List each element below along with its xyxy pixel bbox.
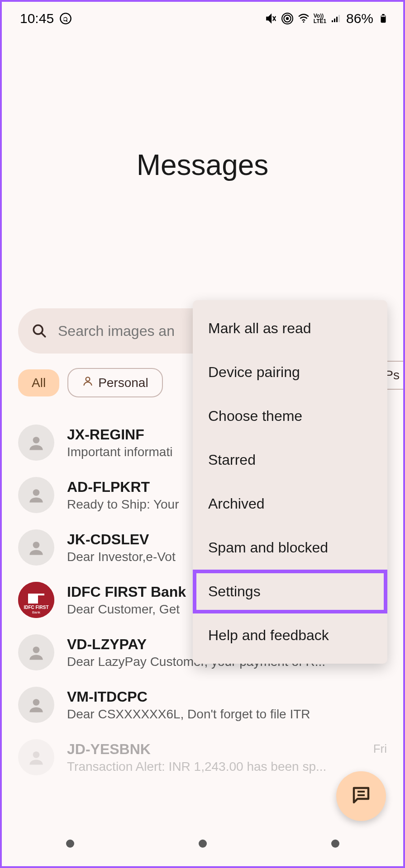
svg-text:Bank: Bank	[32, 610, 41, 614]
svg-rect-21	[38, 595, 44, 604]
battery-percent: 86%	[346, 11, 373, 26]
svg-point-17	[33, 542, 40, 548]
new-message-button[interactable]	[336, 771, 386, 821]
status-bar: 10:45 Vo))LTE1 86%	[2, 2, 403, 31]
nav-dot	[331, 840, 339, 848]
menu-device-pairing[interactable]: Device pairing	[193, 350, 387, 394]
svg-rect-6	[334, 19, 335, 22]
conversation-row[interactable]: VM-ITDCPC Dear CSXXXXXX6L, Don't forget …	[2, 679, 403, 731]
svg-point-24	[33, 646, 40, 653]
svg-line-13	[41, 333, 45, 337]
svg-point-26	[33, 751, 40, 758]
svg-rect-8	[338, 15, 340, 22]
hotspot-icon	[281, 12, 294, 25]
conversation-sender: JD-YESBNK	[67, 741, 361, 758]
svg-rect-20	[28, 590, 44, 594]
menu-choose-theme[interactable]: Choose theme	[193, 394, 387, 438]
chat-icon	[350, 784, 372, 808]
conversation-time: Fri	[373, 742, 387, 756]
avatar-idfc: IDFC FIRST Bank	[18, 582, 54, 618]
svg-point-1	[286, 17, 289, 20]
menu-help-feedback[interactable]: Help and feedback	[193, 613, 387, 657]
avatar	[18, 529, 54, 566]
menu-mark-all-read[interactable]: Mark all as read	[193, 307, 387, 350]
svg-point-15	[33, 437, 40, 443]
svg-rect-7	[336, 17, 338, 22]
svg-rect-5	[332, 20, 333, 22]
search-icon	[32, 323, 47, 339]
conversation-row[interactable]: JD-YESBNK Transaction Alert: INR 1,243.0…	[2, 731, 403, 783]
conversation-sender: VM-ITDCPC	[67, 689, 387, 705]
nav-dot	[66, 840, 74, 848]
wifi-icon	[297, 12, 310, 25]
svg-text:IDFC FIRST: IDFC FIRST	[24, 605, 49, 610]
svg-rect-10	[382, 14, 385, 15]
mute-icon	[265, 12, 277, 25]
svg-point-25	[33, 699, 40, 706]
bottom-nav-indicator	[4, 821, 401, 866]
menu-spam-blocked[interactable]: Spam and blocked	[193, 526, 387, 570]
menu-settings[interactable]: Settings	[193, 570, 387, 613]
avatar	[18, 739, 54, 775]
avatar	[18, 425, 54, 461]
avatar	[18, 634, 54, 670]
svg-point-0	[60, 13, 71, 24]
page-title: Messages	[2, 148, 403, 182]
menu-starred[interactable]: Starred	[193, 438, 387, 482]
filter-all[interactable]: All	[18, 369, 59, 396]
conversation-preview: Dear CSXXXXXX6L, Don't forget to file IT…	[67, 707, 387, 722]
status-time: 10:45	[20, 11, 54, 26]
volte-icon: Vo))LTE1	[314, 12, 326, 25]
svg-point-14	[86, 377, 90, 381]
svg-rect-11	[381, 16, 385, 17]
nav-dot	[199, 840, 207, 848]
person-icon	[82, 375, 94, 390]
battery-icon	[377, 12, 390, 25]
conversation-preview: Transaction Alert: INR 1,243.00 has been…	[67, 760, 361, 774]
overflow-menu: Mark all as read Device pairing Choose t…	[193, 300, 387, 664]
signal-icon	[330, 12, 343, 25]
svg-point-16	[33, 489, 40, 496]
avatar	[18, 687, 54, 723]
menu-archived[interactable]: Archived	[193, 482, 387, 526]
filter-personal[interactable]: Personal	[67, 368, 163, 397]
avatar	[18, 477, 54, 513]
whatsapp-icon	[59, 12, 72, 25]
svg-point-4	[303, 21, 304, 23]
